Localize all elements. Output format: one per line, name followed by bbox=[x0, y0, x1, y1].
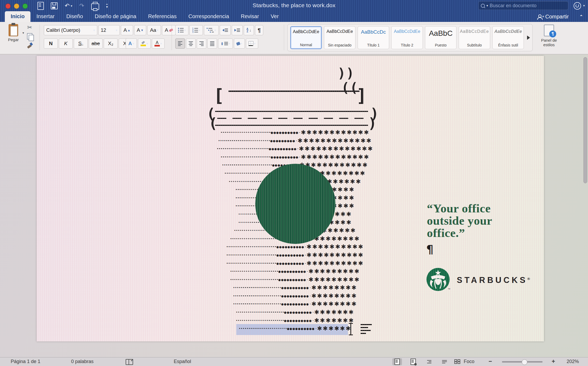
style-chip-sin-espaciado[interactable]: AaBbCcDdEeSin espaciado bbox=[324, 26, 355, 49]
decrease-indent-button[interactable] bbox=[220, 25, 231, 35]
style-chip-título-2[interactable]: AaBbCcDdEeTítulo 2 bbox=[391, 26, 423, 49]
zoom-in-button[interactable]: + bbox=[552, 358, 555, 365]
align-center-button[interactable] bbox=[186, 38, 196, 49]
feedback-smiley-icon[interactable] bbox=[574, 2, 581, 10]
font-name-combobox[interactable]: Calibri (Cuerpo) ▾ bbox=[44, 25, 97, 35]
sort-button[interactable]: AZ ↓ bbox=[244, 25, 254, 35]
language-indicator[interactable]: Español bbox=[174, 359, 191, 364]
grow-font-button[interactable]: A▲ bbox=[121, 25, 133, 35]
style-chip-subtítulo[interactable]: AaBbCcDdEeSubtítulo bbox=[459, 26, 490, 49]
tab-referencias[interactable]: Referencias bbox=[142, 11, 183, 22]
zoom-slider-thumb[interactable] bbox=[522, 359, 527, 365]
style-sample: AaBbCcDdEe bbox=[293, 29, 319, 34]
multilevel-list-button[interactable]: ▾ bbox=[204, 25, 219, 35]
style-sample: AaBbCcDc bbox=[361, 29, 386, 35]
format-button-n[interactable]: N bbox=[44, 38, 58, 49]
format-button-label: N bbox=[49, 41, 53, 46]
style-chip-título-1[interactable]: AaBbCcDcTítulo 1 bbox=[358, 26, 389, 49]
increase-indent-button[interactable] bbox=[232, 25, 243, 35]
format-button-abe[interactable]: abe bbox=[89, 38, 103, 49]
clear-formatting-button[interactable]: A bbox=[162, 25, 176, 35]
ascii-cup-row: •••••••••••••••••••••••••●●●●●●●●●●·✱✱✱✱… bbox=[41, 317, 549, 325]
spellcheck-icon[interactable]: ✓ bbox=[126, 359, 133, 365]
eraser-icon bbox=[169, 28, 173, 32]
format-button-s[interactable]: S▾ bbox=[74, 38, 88, 49]
ascii-lid-right-bracket: ] bbox=[356, 87, 367, 104]
ribbon: ▾ Pegar ✂ Calibri (Cuerpo) ▾ 12 ▾ A▲ A▼ bbox=[0, 22, 588, 54]
styles-panel-label: Panel de estilos bbox=[537, 38, 561, 47]
page-indicator[interactable]: Página 1 de 1 bbox=[11, 359, 40, 364]
trademark-symbol: ™ bbox=[448, 288, 450, 291]
draft-view-icon[interactable] bbox=[440, 358, 449, 365]
line-spacing-button[interactable]: ▲▼ ▾ bbox=[218, 38, 233, 49]
word-window: ↶ ▾ ↷ ▾ Starbucks, the place to work.dox… bbox=[0, 0, 588, 366]
document-page[interactable]: )) (( [ ] ( ( ) ) ••••••••••••••••••••••… bbox=[37, 56, 544, 341]
text-cursor bbox=[349, 323, 353, 335]
title-bar: ↶ ▾ ↷ ▾ Starbucks, the place to work.dox… bbox=[0, 0, 588, 22]
styles-panel-button[interactable]: ¶ Panel de estilos bbox=[537, 25, 561, 47]
font-color-button[interactable]: A ▾ bbox=[152, 38, 165, 49]
collapse-ribbon-icon[interactable]: ⌃ bbox=[579, 14, 583, 19]
style-chip-puesto[interactable]: AaBbCPuesto bbox=[425, 26, 457, 49]
zoom-percentage[interactable]: 202% bbox=[567, 359, 579, 364]
ribbon-tabs: InicioInsertarDiseñoDiseño de páginaRefe… bbox=[5, 11, 285, 22]
group-divider bbox=[40, 25, 40, 50]
style-chip-énfasis-sutil[interactable]: AaBbCcDdEeÉnfasis sutil bbox=[492, 26, 524, 49]
tab-insertar[interactable]: Insertar bbox=[30, 11, 60, 22]
feedback-caret-icon[interactable]: ▾ bbox=[583, 4, 585, 7]
word-count[interactable]: 0 palabras bbox=[71, 359, 94, 364]
tab-ver[interactable]: Ver bbox=[265, 11, 285, 22]
font-size-combobox[interactable]: 12 ▾ bbox=[98, 25, 120, 35]
print-layout-view-icon[interactable] bbox=[392, 358, 402, 365]
format-button-x₂[interactable]: X₂ bbox=[104, 38, 118, 49]
ascii-sleeve-line bbox=[215, 125, 368, 126]
tab-diseño-de-página[interactable]: Diseño de página bbox=[89, 11, 142, 22]
cut-icon[interactable]: ✂ bbox=[27, 25, 32, 30]
format-painter-icon[interactable] bbox=[27, 42, 33, 48]
search-caret-icon[interactable]: ▾ bbox=[486, 4, 488, 7]
highlighter-icon bbox=[141, 41, 145, 44]
numbering-button[interactable]: 123 ▾ bbox=[189, 25, 203, 35]
change-case-button[interactable]: Aa▾ bbox=[147, 25, 161, 35]
show-paragraph-marks-button[interactable]: ¶ bbox=[255, 25, 263, 35]
focus-mode-label[interactable]: Foco bbox=[464, 359, 474, 364]
styles-panel-icon: ¶ bbox=[544, 25, 554, 36]
tab-inicio[interactable]: Inicio bbox=[5, 11, 30, 22]
tab-revisar[interactable]: Revisar bbox=[235, 11, 265, 22]
shading-button[interactable]: ▾ bbox=[234, 38, 245, 49]
paste-caret-icon[interactable]: ▾ bbox=[22, 31, 24, 35]
text-effects-button[interactable]: A▾ bbox=[126, 38, 137, 49]
ascii-sleeve-dashes bbox=[217, 118, 367, 119]
copy-icon[interactable] bbox=[27, 33, 32, 40]
align-left-button[interactable] bbox=[175, 38, 185, 49]
outline-view-icon[interactable] bbox=[424, 358, 434, 365]
zoom-out-button[interactable]: − bbox=[489, 358, 492, 365]
styles-gallery: AaBbCcDdEeNormalAaBbCcDdEeSin espaciadoA… bbox=[287, 24, 533, 51]
format-button-label: S bbox=[78, 41, 82, 46]
web-layout-view-icon[interactable] bbox=[408, 358, 418, 365]
justify-button[interactable] bbox=[207, 38, 217, 49]
vertical-scrollbar[interactable] bbox=[583, 57, 587, 183]
gallery-next-icon[interactable] bbox=[527, 36, 530, 40]
focus-mode-icon[interactable] bbox=[454, 359, 460, 364]
ascii-steam-bottom: (( bbox=[341, 80, 358, 95]
shrink-font-button[interactable]: A▼ bbox=[134, 25, 146, 35]
highlight-color-button[interactable]: ▾ bbox=[138, 38, 151, 49]
align-right-button[interactable] bbox=[197, 38, 206, 49]
zoom-slider[interactable] bbox=[502, 361, 543, 363]
borders-button[interactable]: ▾ bbox=[246, 38, 258, 49]
style-chip-normal[interactable]: AaBbCcDdEeNormal bbox=[290, 26, 322, 49]
share-button[interactable]: + Compartir bbox=[537, 14, 569, 20]
paste-button[interactable]: ▾ Pegar bbox=[3, 24, 24, 42]
document-area: )) (( [ ] ( ( ) ) ••••••••••••••••••••••… bbox=[0, 54, 588, 357]
shrink-font-label: A bbox=[137, 27, 140, 33]
search-box[interactable]: ▾ Buscar en documento bbox=[478, 1, 568, 10]
bullets-button[interactable]: ▾ bbox=[175, 25, 188, 35]
ascii-cup-row: ••••••••••••••••••••••••••●●●●●●●●●●·✱✱✱… bbox=[41, 129, 549, 137]
style-sample: AaBbCcDdEe bbox=[394, 29, 420, 34]
font-size-value: 12 bbox=[101, 28, 106, 33]
format-button-k[interactable]: K bbox=[59, 38, 73, 49]
tab-diseño[interactable]: Diseño bbox=[60, 11, 89, 22]
tab-correspondencia[interactable]: Correspondencia bbox=[183, 11, 235, 22]
sort-z-label: Z bbox=[247, 30, 248, 33]
